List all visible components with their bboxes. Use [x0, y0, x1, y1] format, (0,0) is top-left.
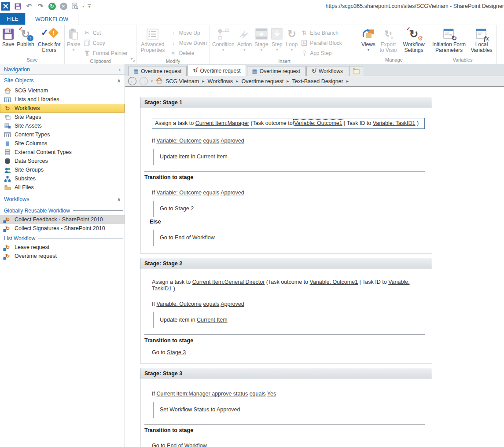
move-down-label: Move Down	[179, 40, 207, 46]
paste-dropdown-caret: ▾	[73, 48, 74, 52]
goto-target-link[interactable]: Stage 3	[167, 349, 186, 355]
goto-target-link[interactable]: End of Workflow	[167, 443, 207, 447]
sidebar-item-site-columns[interactable]: Site Columns	[0, 139, 125, 148]
taskid-variable-link[interactable]: Variable: TaskID1	[373, 120, 416, 126]
sidebar-item-data-sources[interactable]: Data Sources	[0, 157, 125, 165]
condition-value-link[interactable]: Variable: Outcome	[156, 138, 202, 144]
sidebar-item-lists-and-libraries[interactable]: Lists and Libraries	[0, 95, 125, 104]
sidebar-item-subsites[interactable]: Subsites	[0, 174, 125, 183]
instruction-text: (Task outcome to	[251, 120, 293, 126]
outcome-variable-link-focused[interactable]: Variable: Outcome1	[294, 120, 342, 126]
site-objects-header[interactable]: Site Objects ∧	[0, 75, 125, 86]
workflow-settings-button[interactable]: ↻✓⚙ Workflow Settings	[400, 26, 428, 57]
customize-qat-icon[interactable]: ▾	[88, 4, 91, 8]
workflow-tab-icon: ↻✓	[312, 68, 316, 74]
publish-button[interactable]: ↻✓↑ Publish	[15, 26, 35, 57]
sidebar-item-site-pages[interactable]: Site Pages	[0, 113, 125, 121]
workflow-item-collect-feedback[interactable]: ↻▦ Collect Feedback - SharePoint 2010	[0, 215, 125, 224]
breadcrumb-dropdown-caret[interactable]: ▾	[151, 79, 153, 83]
goto-target-link[interactable]: Stage 2	[175, 205, 194, 212]
save-big-icon	[2, 27, 14, 41]
breadcrumb-item-workflows[interactable]: Workflows	[208, 78, 233, 84]
undo-icon[interactable]: ↶	[25, 2, 33, 11]
condition-operator-link[interactable]: equals	[203, 190, 220, 196]
local-variables-button[interactable]: fx Local Variables	[468, 26, 495, 57]
tab-workflow[interactable]: WORKFLOW	[25, 13, 78, 25]
breadcrumb-separator: ▶	[287, 80, 289, 83]
stage-icon	[255, 27, 268, 41]
update-target-link[interactable]: Current Item	[197, 317, 227, 323]
check-for-errors-button[interactable]: ✓! Check for Errors	[36, 26, 63, 57]
tab-file[interactable]: FILE	[0, 13, 25, 25]
status-value-link[interactable]: Approved	[217, 407, 240, 413]
initiation-form-parameters-button[interactable]: ↻✓ Initiation Form Parameters	[430, 26, 468, 57]
app-step-label: App Step	[310, 50, 331, 56]
condition-value-link[interactable]: Yes	[267, 391, 276, 397]
assignee-link[interactable]: Current Item:General Director	[192, 279, 265, 285]
condition-value-link[interactable]: Current Item:Manager approve status	[156, 391, 248, 397]
refresh-icon[interactable]: ↻	[48, 2, 56, 11]
breadcrumb-item-text-based-designer[interactable]: Text-Based Designer	[292, 78, 343, 84]
data-sources-icon	[4, 158, 11, 164]
wfset-check: ✓	[406, 26, 410, 32]
sidebar-item-site-assets[interactable]: Site Assets	[0, 121, 125, 130]
if-condition: If Variable: Outcome equals Approved	[152, 138, 425, 144]
workflow-item-overtime-request[interactable]: ↻▦ Overtime request	[0, 252, 125, 260]
sidebar-item-content-types[interactable]: Content Types	[0, 130, 125, 139]
sidebar-item-all-files[interactable]: All Files	[0, 183, 125, 192]
outcome-variable-link[interactable]: Variable: Outcome1	[310, 279, 358, 285]
condition-operator-link[interactable]: equals	[203, 301, 220, 307]
sidebar-item-scg-vietnam[interactable]: SCG Vietnam	[0, 86, 125, 95]
sidebar-item-external-content-types[interactable]: External Content Types	[0, 148, 125, 157]
stage-2-header[interactable]: Stage: Stage 2	[140, 258, 432, 269]
stage-1-header[interactable]: Stage: Stage 1	[140, 97, 432, 108]
sharepoint-designer-window: ↶ ↷ ↻ × ▾ ▾ https://scgo365.sharepoint.c…	[0, 0, 504, 447]
assign-task-instruction-selected[interactable]: Assign a task to Current Item:Manager (T…	[152, 118, 425, 129]
assignee-link[interactable]: Current Item:Manager	[195, 120, 249, 126]
goto-target-link[interactable]: End of Workflow	[175, 234, 215, 241]
new-tab-button[interactable]	[349, 66, 363, 76]
condition-value-link[interactable]: Approved	[221, 301, 244, 307]
breadcrumb-item-site[interactable]: SCG Vietnam	[166, 78, 199, 84]
condition-operator-link[interactable]: equals	[203, 138, 220, 144]
doc-tab-overtime-request-workflow[interactable]: ↻✓ Overtime request	[188, 65, 246, 76]
sidebar-item-workflows[interactable]: ↻ Workflows	[0, 104, 125, 113]
views-button[interactable]: Views ▾	[360, 26, 377, 57]
update-target-link[interactable]: Current Item	[197, 154, 227, 160]
condition-value-link[interactable]: Approved	[221, 190, 244, 196]
doc-tab-overtime-request-list[interactable]: ▦ Overtime request	[128, 66, 187, 76]
workflows-section-header[interactable]: Workflows ∧	[0, 194, 125, 205]
clipboard-dialog-launcher[interactable]	[131, 57, 135, 63]
save-button[interactable]: Save	[1, 26, 15, 57]
preview-icon[interactable]	[71, 2, 79, 11]
breadcrumb-home-icon[interactable]	[156, 77, 162, 85]
loop-label: Loop	[286, 42, 298, 48]
breadcrumb-item-overtime-request[interactable]: Overtime request	[241, 78, 283, 84]
condition-value-link[interactable]: Variable: Outcome	[156, 190, 202, 196]
condition-value-link[interactable]: Variable: Outcome	[156, 301, 202, 307]
doc-tab-overtime-request-list2[interactable]: ▦ Overtime request	[247, 66, 305, 76]
cancel-icon[interactable]: ×	[59, 2, 67, 11]
publish-check: ✓	[18, 26, 23, 32]
assign-task-instruction[interactable]: Assign a task to Current Item:General Di…	[152, 279, 425, 292]
collapse-pane-icon[interactable]: ‹	[119, 67, 121, 72]
save-icon[interactable]	[14, 2, 22, 11]
check-for-errors-label: Check for Errors	[37, 42, 62, 53]
redo-icon[interactable]: ↷	[37, 2, 44, 11]
cut-button: ✂ Cut	[82, 28, 129, 38]
sidebar-item-label: Content Types	[15, 132, 50, 138]
workflow-item-leave-request[interactable]: ↻▦ Leave request	[0, 243, 125, 252]
transition-heading: Transition to stage	[144, 174, 425, 181]
preview-dropdown-caret[interactable]: ▾	[82, 4, 84, 8]
sidebar-item-site-groups[interactable]: Site Groups	[0, 165, 125, 174]
workflow-item-icon: ↻▦	[4, 216, 11, 223]
copy-button: Copy	[82, 38, 129, 48]
condition-operator-link[interactable]: equals	[250, 391, 266, 397]
back-button[interactable]: ←	[128, 77, 136, 85]
stage-3-header[interactable]: Stage: Stage 3	[140, 368, 432, 379]
list-tab-icon: ▦	[133, 68, 138, 74]
spd-app-icon[interactable]	[1, 2, 10, 11]
condition-value-link[interactable]: Approved	[221, 138, 244, 144]
workflow-item-collect-signatures[interactable]: ↻▦ Collect Signatures - SharePoint 2010	[0, 224, 125, 233]
doc-tab-workflows[interactable]: ↻✓ Workflows	[306, 66, 348, 76]
